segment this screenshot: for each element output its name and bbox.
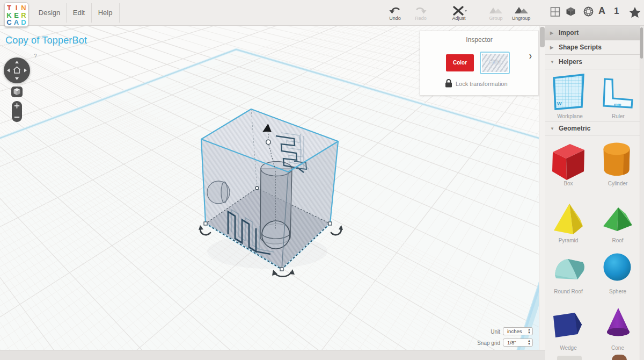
svg-text:mm: mm	[614, 102, 621, 107]
svg-text:W: W	[557, 101, 562, 106]
